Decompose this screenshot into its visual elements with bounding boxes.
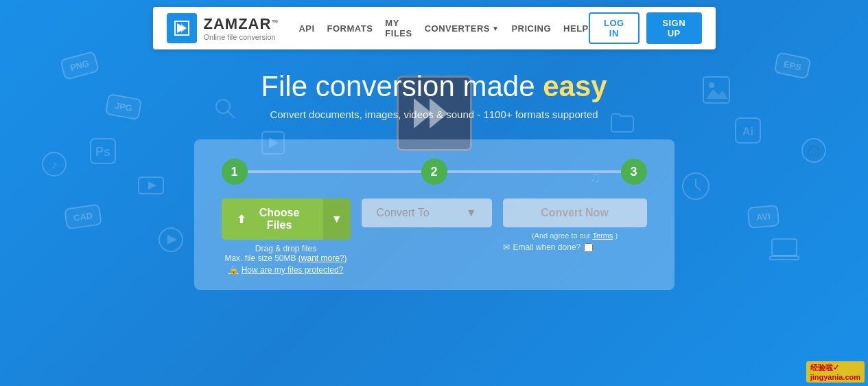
agree-text: (And agree to our Terms ) [503,231,647,240]
chevron-down-icon: ▼ [492,25,499,32]
protected-link[interactable]: 🔒 How are my files protected? [228,265,344,275]
converter-box: 1 2 3 ⬆ Choose Files ▼ Drag & drop fil [194,139,675,290]
terms-link[interactable]: Terms [592,231,613,240]
nav-actions: LOG IN SIGN UP [589,12,702,44]
convert-to-dropdown-icon: ▼ [466,207,477,219]
navbar-inner: ZAMZAR™ Online file conversion API FORMA… [153,7,716,49]
convert-now-group: Convert Now (And agree to our Terms ) ✉ … [503,198,647,252]
step-line-2 [447,170,621,173]
upload-icon: ⬆ [237,213,246,226]
convert-to-group: Convert To ▼ [362,198,492,227]
main-content: File conversion made easy Convert docume… [0,56,868,290]
logo-name: ZAMZAR™ [204,15,279,33]
choose-files-label: Choose Files [251,207,308,231]
want-more-link[interactable]: (want more?) [298,253,347,263]
choose-files-button[interactable]: ⬆ Choose Files [222,198,323,240]
choose-files-wrapper: ⬆ Choose Files ▼ Drag & drop files Max. … [222,198,351,275]
steps-row: 1 2 3 [222,159,647,185]
headline-bold: easy [543,70,607,102]
email-icon: ✉ [503,242,510,252]
choose-files-dropdown-button[interactable]: ▼ [323,198,351,240]
watermark: 经验啦✓jingyania.com [806,361,865,383]
email-label: Email when done? [513,242,581,252]
step-2-circle: 2 [421,159,447,185]
choose-files-btn-group: ⬆ Choose Files ▼ [222,198,351,240]
file-size-text: Max. file size 50MB (want more?) [224,253,347,263]
svg-marker-27 [181,23,187,33]
email-checkbox[interactable] [584,243,593,252]
convert-to-button[interactable]: Convert To ▼ [362,198,492,227]
dropdown-arrow-icon: ▼ [331,213,342,225]
login-button[interactable]: LOG IN [589,12,640,44]
drag-drop-text: Drag & drop files [255,244,316,253]
step-3-circle: 3 [621,159,647,185]
subheadline: Convert documents, images, videos & soun… [270,109,598,120]
convert-to-label: Convert To [377,207,430,219]
nav-converters[interactable]: CONVERTERS ▼ [425,23,500,34]
logo-icon [167,13,197,43]
signup-button[interactable]: SIGN UP [646,12,702,44]
headline-normal: File conversion made [261,70,535,102]
step-1-circle: 1 [222,159,248,185]
logo-area: ZAMZAR™ Online file conversion [167,13,279,43]
lock-icon: 🔒 [228,265,239,275]
logo-text-block: ZAMZAR™ Online file conversion [204,15,279,41]
step-line-1 [248,170,421,173]
nav-my-files[interactable]: MY FILES [385,18,412,38]
nav-api[interactable]: API [298,23,314,34]
nav-formats[interactable]: FORMATS [327,23,373,34]
logo-tagline: Online file conversion [204,33,279,41]
nav-help[interactable]: HELP [563,23,589,34]
convert-now-button[interactable]: Convert Now [503,198,647,227]
email-row: ✉ Email when done? [503,242,594,252]
navbar: ZAMZAR™ Online file conversion API FORMA… [0,0,868,56]
nav-pricing[interactable]: PRICING [511,23,551,34]
nav-links: API FORMATS MY FILES CONVERTERS ▼ PRICIN… [298,18,588,38]
headline: File conversion made easy [261,70,607,103]
buttons-row: ⬆ Choose Files ▼ Drag & drop files Max. … [222,198,647,275]
